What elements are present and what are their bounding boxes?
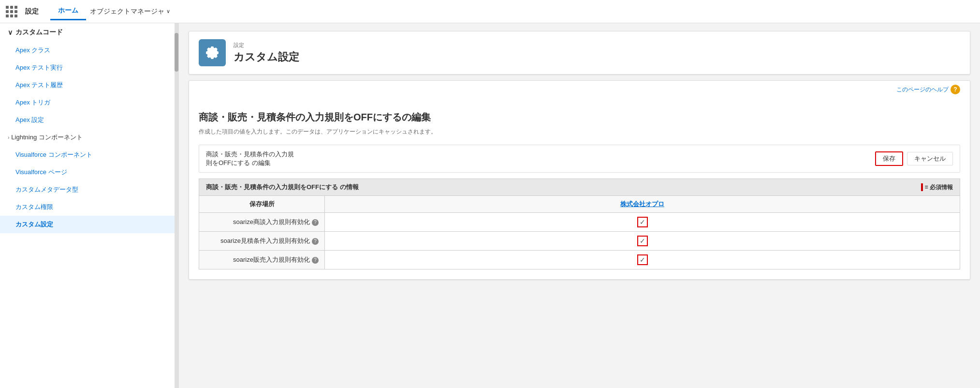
checkbox-2[interactable]: ✓ [637,254,648,265]
sidebar-item-apex-test-history[interactable]: Apex テスト履歴 [0,76,178,94]
page-header-card: 設定 カスタム設定 [189,31,970,75]
required-bar-icon [921,183,923,191]
sidebar-item-custom-settings[interactable]: カスタム設定 [0,216,178,233]
storage-location-header: 保存場所 [199,196,325,213]
info-header-label: 商談・販売・見積条件の入力規則をOFFにする の情報 [206,183,359,192]
chevron-down-icon: ∨ [8,29,13,36]
chevron-down-icon: ∨ [166,8,170,15]
sidebar-item-apex-test-run[interactable]: Apex テスト実行 [0,59,178,76]
page-header-text: 設定 カスタム設定 [234,42,299,64]
content-area: 設定 カスタム設定 このページのヘルプ ? 商談・販売・見積条件の入力規則をOF… [179,23,980,388]
top-nav: 設定 ホーム オブジェクトマネージャ ∨ [0,0,980,23]
sidebar-item-apex-class[interactable]: Apex クラス [0,42,178,59]
help-icon-2[interactable]: ? [312,257,319,264]
gear-icon [205,45,220,60]
help-icon-0[interactable]: ? [312,219,319,226]
sidebar-item-custom-permission[interactable]: カスタム権限 [0,198,178,216]
sidebar-scrollbar[interactable] [175,23,178,388]
chevron-right-icon: › [8,135,9,140]
form-description: 作成した項目の値を入力します。このデータは、アプリケーションにキャッシュされます… [199,128,960,136]
table-row: soarize販売入力規則有効化?✓ [199,251,960,269]
form-container: このページのヘルプ ? 商談・販売・見積条件の入力規則をOFFにするの編集 作成… [189,80,970,280]
checkbox-0[interactable]: ✓ [637,217,648,227]
page-title: カスタム設定 [234,50,299,64]
app-label: 設定 [25,7,39,16]
tab-object-manager[interactable]: オブジェクトマネージャ ∨ [90,7,170,16]
main-layout: ∨ カスタムコード Apex クラス Apex テスト実行 Apex テスト履歴… [0,23,980,388]
sidebar-scroll-thumb [175,33,178,72]
required-label: = 必須情報 [925,183,953,192]
checkbox-1[interactable]: ✓ [637,236,648,246]
info-header: 商談・販売・見積条件の入力規則をOFFにする の情報 = 必須情報 [199,179,960,195]
required-note: = 必須情報 [921,183,953,192]
sidebar: ∨ カスタムコード Apex クラス Apex テスト実行 Apex テスト履歴… [0,23,179,388]
sidebar-section-custom-code[interactable]: ∨ カスタムコード [0,23,178,42]
row-label-1: soarize見積条件入力規則有効化? [199,232,325,251]
table-row: soarize見積条件入力規則有効化?✓ [199,232,960,251]
page-subtitle: 設定 [234,42,299,49]
checkbox-cell-1: ✓ [325,232,960,251]
page-help[interactable]: このページのヘルプ ? [199,81,960,98]
gear-icon-box [199,39,226,66]
row-label-0: soarize商談入力規則有効化? [199,213,325,232]
grid-icon[interactable] [6,6,17,17]
row-label-2: soarize販売入力規則有効化? [199,251,325,269]
help-icon-1[interactable]: ? [312,238,319,245]
form-title: 商談・販売・見積条件の入力規則をOFFにするの編集 [199,111,960,124]
action-bar: 商談・販売・見積条件の入力規 則をOFFにする の編集 保存 キャンセル [199,145,960,173]
sidebar-item-custom-metadata[interactable]: カスタムメタデータ型 [0,181,178,198]
sidebar-item-visualforce-page[interactable]: Visualforce ページ [0,164,178,181]
data-table: 保存場所 株式会社オプロ soarize商談入力規則有効化?✓soarize見積… [199,195,960,269]
sidebar-item-visualforce-component[interactable]: Visualforce コンポーネント [0,146,178,164]
info-section: 商談・販売・見積条件の入力規則をOFFにする の情報 = 必須情報 保存場所 株… [199,179,960,269]
company-name-header[interactable]: 株式会社オプロ [325,196,960,213]
checkbox-cell-0: ✓ [325,213,960,232]
save-button[interactable]: 保存 [875,151,903,166]
checkbox-cell-2: ✓ [325,251,960,269]
sidebar-item-apex-settings[interactable]: Apex 設定 [0,111,178,129]
cancel-button[interactable]: キャンセル [907,152,953,165]
table-row: soarize商談入力規則有効化?✓ [199,213,960,232]
company-link[interactable]: 株式会社オプロ [620,200,664,208]
form-title-section: 商談・販売・見積条件の入力規則をOFFにするの編集 作成した項目の値を入力します… [189,102,970,139]
help-orange-icon[interactable]: ? [951,85,960,94]
page-help-label: このページのヘルプ [896,86,949,94]
action-bar-label: 商談・販売・見積条件の入力規 則をOFFにする の編集 [206,150,871,167]
sidebar-item-lightning-components[interactable]: › Lightning コンポーネント [0,129,178,146]
sidebar-item-apex-trigger[interactable]: Apex トリガ [0,94,178,111]
tab-home[interactable]: ホーム [50,2,86,20]
